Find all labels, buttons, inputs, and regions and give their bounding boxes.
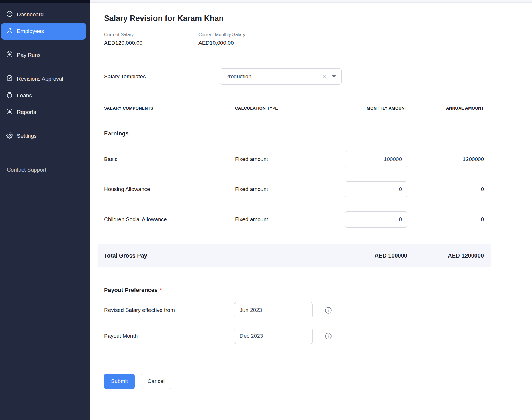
component-calculation-type: Fixed amount — [235, 216, 333, 223]
pay-runs-icon — [6, 51, 13, 59]
column-header-calculation-type: CALCULATION TYPE — [235, 106, 333, 110]
sidebar-item-label: Pay Runs — [17, 52, 40, 58]
current-monthly-salary-label: Current Monthly Salary — [198, 32, 245, 37]
sidebar-item-label: Revisions Approval — [17, 76, 63, 82]
reports-icon — [6, 108, 13, 116]
current-monthly-salary-value: AED10,000.00 — [198, 40, 245, 46]
payout-month-label: Payout Month — [104, 333, 234, 339]
annual-amount-value: 1200000 — [407, 156, 484, 162]
salary-templates-select[interactable]: Production — [220, 68, 342, 85]
component-name: Basic — [104, 156, 235, 162]
payout-month-input[interactable] — [234, 328, 313, 344]
main-top-strip — [90, 0, 532, 3]
revised-salary-effective-input[interactable] — [234, 302, 313, 318]
sidebar-item-employees[interactable]: Employees — [1, 23, 86, 40]
total-annual-amount: AED 1200000 — [407, 252, 484, 259]
settings-icon — [6, 132, 13, 140]
sidebar-item-label: Reports — [17, 109, 36, 115]
annual-amount-value: 0 — [407, 186, 484, 192]
total-monthly-amount: AED 100000 — [333, 252, 407, 259]
revised-salary-effective-row: Revised Salary effective from — [104, 302, 484, 318]
employees-icon — [6, 27, 13, 36]
current-salary-value: AED120,000.00 — [104, 40, 198, 46]
payout-preferences-heading: Payout Preferences* — [104, 287, 484, 293]
salary-templates-row: Salary Templates Production — [104, 68, 484, 85]
loans-icon — [6, 91, 13, 100]
earnings-group-heading: Earnings — [104, 130, 484, 137]
payout-month-row: Payout Month — [104, 328, 484, 344]
total-gross-pay-label: Total Gross Pay — [104, 252, 235, 259]
page-title: Salary Revision for Karam Khan — [104, 14, 518, 23]
form-content: Salary Templates Production SALARY COMPO… — [90, 68, 532, 389]
total-gross-pay-row: Total Gross Pay AED 100000 AED 1200000 — [98, 244, 491, 267]
table-row: Housing Allowance Fixed amount 0 — [104, 174, 484, 204]
annual-amount-value: 0 — [407, 216, 484, 223]
component-calculation-type: Fixed amount — [235, 156, 333, 162]
submit-button[interactable]: Submit — [104, 374, 135, 389]
revised-salary-effective-label: Revised Salary effective from — [104, 307, 234, 313]
sidebar-item-loans[interactable]: Loans — [1, 87, 86, 104]
chevron-down-icon[interactable] — [332, 75, 336, 78]
table-row: Children Social Allowance Fixed amount 0 — [104, 204, 484, 234]
current-monthly-salary-block: Current Monthly Salary AED10,000.00 — [198, 32, 245, 46]
sidebar-item-label: Dashboard — [17, 11, 44, 18]
info-icon[interactable] — [325, 307, 332, 314]
column-header-salary-components: SALARY COMPONENTS — [104, 106, 235, 110]
monthly-amount-input[interactable] — [345, 151, 407, 167]
sidebar: Dashboard Employees — [0, 0, 90, 420]
revisions-approval-icon — [6, 75, 13, 83]
sidebar-item-pay-runs[interactable]: Pay Runs — [1, 47, 86, 63]
table-row: Basic Fixed amount 1200000 — [104, 144, 484, 174]
current-salary-label: Current Salary — [104, 32, 198, 37]
monthly-amount-input[interactable] — [345, 181, 407, 197]
form-actions: Submit Cancel — [104, 374, 484, 389]
contact-support-link[interactable]: Contact Support — [0, 167, 90, 173]
sidebar-divider — [3, 159, 81, 159]
column-header-monthly-amount: MONTHLY AMOUNT — [333, 106, 407, 110]
sidebar-item-revisions-approval[interactable]: Revisions Approval — [1, 71, 86, 87]
sidebar-item-label: Loans — [17, 92, 32, 99]
info-icon[interactable] — [325, 332, 332, 340]
clear-icon[interactable] — [322, 74, 328, 79]
app-window: Dashboard Employees — [0, 0, 532, 420]
sidebar-item-reports[interactable]: Reports — [1, 104, 86, 120]
component-calculation-type: Fixed amount — [235, 186, 333, 192]
main-content: Salary Revision for Karam Khan Current S… — [90, 0, 532, 420]
required-asterisk: * — [160, 287, 162, 293]
sidebar-item-label: Settings — [17, 133, 37, 139]
sidebar-nav: Dashboard Employees — [0, 3, 90, 144]
dashboard-icon — [6, 10, 13, 19]
sidebar-item-settings[interactable]: Settings — [1, 128, 86, 144]
current-salary-block: Current Salary AED120,000.00 — [104, 32, 198, 46]
sidebar-item-dashboard[interactable]: Dashboard — [1, 6, 86, 23]
monthly-amount-input[interactable] — [345, 211, 407, 228]
component-name: Children Social Allowance — [104, 216, 235, 223]
component-name: Housing Allowance — [104, 186, 235, 192]
salary-summary: Current Salary AED120,000.00 Current Mon… — [104, 32, 518, 46]
page-header: Salary Revision for Karam Khan Current S… — [90, 3, 532, 55]
components-table-header: SALARY COMPONENTS CALCULATION TYPE MONTH… — [104, 106, 484, 116]
sidebar-item-label: Employees — [17, 28, 44, 34]
sidebar-top-strip — [0, 0, 90, 3]
column-header-annual-amount: ANNUAL AMOUNT — [407, 106, 484, 110]
salary-templates-selected-value: Production — [225, 73, 322, 80]
salary-templates-label: Salary Templates — [104, 73, 220, 80]
payout-preferences-title: Payout Preferences — [104, 287, 158, 293]
header-divider — [90, 55, 532, 55]
cancel-button[interactable]: Cancel — [141, 374, 171, 389]
